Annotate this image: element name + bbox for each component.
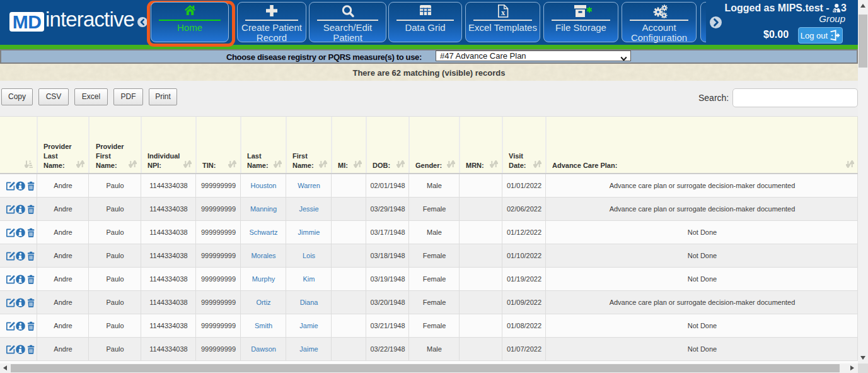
svg-text:x: x (501, 8, 505, 17)
